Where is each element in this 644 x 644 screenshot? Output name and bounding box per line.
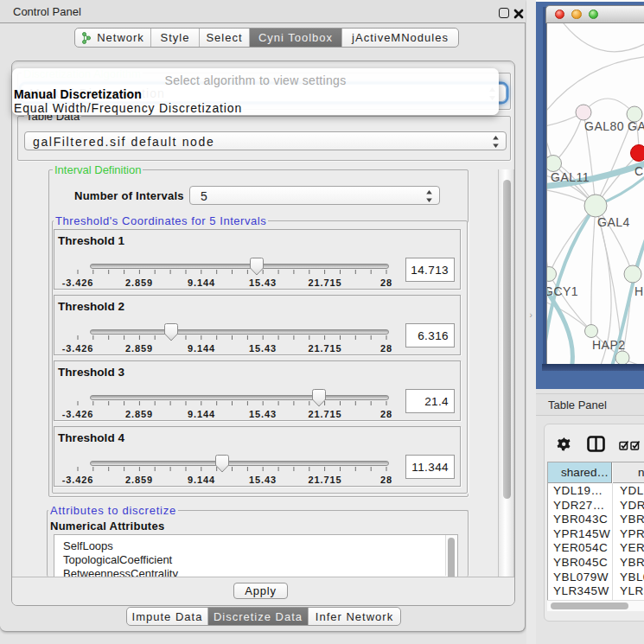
svg-text:GCY1: GCY1 [547,284,578,298]
svg-text:H: H [634,284,644,298]
svg-text:GAL80: GAL80 [584,119,624,133]
svg-text:HAP2: HAP2 [592,338,626,352]
svg-text:C: C [634,164,644,178]
svg-text:GAL4: GAL4 [597,215,630,229]
svg-text:GA: GA [628,119,644,133]
svg-text:GAL11: GAL11 [551,170,590,184]
